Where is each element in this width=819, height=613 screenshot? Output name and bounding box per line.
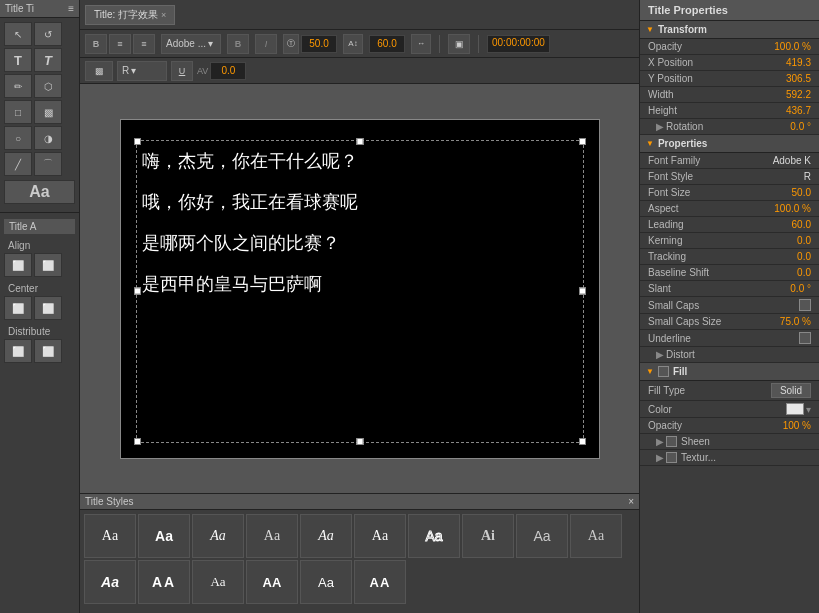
center-v[interactable]: ⬜ [34,296,62,320]
fill-color-label: Color [648,404,786,415]
handle-tl[interactable] [134,138,141,145]
slant-value[interactable]: 0.0 ° [761,283,811,294]
ypos-label: Y Position [648,73,761,84]
fill-color-swatch[interactable] [786,403,804,415]
underline-checkbox[interactable] [799,332,811,344]
title-text-area[interactable]: 嗨，杰克，你在干什么呢？ 哦，你好，我正在看球赛呢 是哪两个队之间的比赛？ 是西… [136,140,584,443]
height-label: Height [648,105,761,116]
style-item-10[interactable]: Aa [84,560,136,604]
style-item-9[interactable]: Aa [570,514,622,558]
align-left-button[interactable]: ≡ [109,34,131,54]
bold-button[interactable]: B [85,34,107,54]
small-caps-checkbox[interactable] [799,299,811,311]
canvas-area[interactable]: 嗨，杰克，你在干什么呢？ 哦，你好，我正在看球赛呢 是哪两个队之间的比赛？ 是西… [80,84,639,493]
align-center-button[interactable]: ≡ [133,34,155,54]
width-value[interactable]: 592.2 [761,89,811,100]
transform-triangle: ▼ [646,25,654,34]
tool-line[interactable]: ╱ [4,152,32,176]
font-size-prop-value[interactable]: 50.0 [761,187,811,198]
align-center[interactable]: ⬜ [34,253,62,277]
texture-checkbox[interactable] [666,452,677,463]
style-item-1[interactable]: Aa [138,514,190,558]
styles-close[interactable]: × [628,496,634,507]
handle-bl[interactable] [134,438,141,445]
leading-row: Leading 60.0 [640,217,819,233]
tool-text[interactable]: T [4,48,32,72]
handle-bm[interactable] [356,438,363,445]
tool-wedge[interactable]: ◑ [34,126,62,150]
fill-color-arrow[interactable]: ▾ [806,404,811,415]
transform-section-header[interactable]: ▼ Transform [640,21,819,39]
font-style-arrow: ▾ [131,65,136,76]
styles-title: Title Styles [85,496,134,507]
ypos-value[interactable]: 306.5 [761,73,811,84]
tool-select[interactable]: ↖ [4,22,32,46]
tool-rotate[interactable]: ↺ [34,22,62,46]
tool-pen[interactable]: ✏ [4,74,32,98]
style-item-12[interactable]: Aa [192,560,244,604]
italic-icon[interactable]: I [255,34,277,54]
tool-circle[interactable]: ○ [4,126,32,150]
tool-rect[interactable]: □ [4,100,32,124]
font-style-dropdown[interactable]: R ▾ [117,61,167,81]
small-caps-size-value[interactable]: 75.0 % [761,316,811,327]
underline-button[interactable]: U [171,61,193,81]
sidebar-collapse-icon[interactable]: ≡ [68,3,74,14]
leading-prop-value[interactable]: 60.0 [761,219,811,230]
xpos-value[interactable]: 419.3 [761,57,811,68]
font-style-prop-value[interactable]: R [761,171,811,182]
tool-fill[interactable]: ▩ [34,100,62,124]
height-value[interactable]: 436.7 [761,105,811,116]
style-item-11[interactable]: AA [138,560,190,604]
style-item-13[interactable]: AA [246,560,298,604]
font-size-input[interactable]: 50.0 [301,35,337,53]
fill-opacity-value[interactable]: 100 % [761,420,811,431]
style-item-5[interactable]: Aa [354,514,406,558]
tracking-value[interactable]: 0.0 [761,251,811,262]
tool-arc[interactable]: ⌒ [34,152,62,176]
properties-section-header[interactable]: ▼ Properties [640,135,819,153]
dist-h[interactable]: ⬜ [4,339,32,363]
style-item-2[interactable]: Aa [192,514,244,558]
height-row: Height 436.7 [640,103,819,119]
style-item-0[interactable]: Aa [84,514,136,558]
text-style-icon[interactable]: ▩ [85,61,113,81]
style-item-15[interactable]: AA [354,560,406,604]
fill-type-value[interactable]: Solid [771,383,811,398]
style-item-14[interactable]: Aa [300,560,352,604]
font-family-dropdown[interactable]: Adobe ... ▾ [161,34,221,54]
kerning-prop-value[interactable]: 0.0 [761,235,811,246]
handle-tr[interactable] [579,138,586,145]
opacity-value[interactable]: 100.0 % [761,41,811,52]
align-left[interactable]: ⬜ [4,253,32,277]
dist-v[interactable]: ⬜ [34,339,62,363]
kerning-input[interactable]: 0.0 [210,62,246,80]
properties-triangle: ▼ [646,139,654,148]
title-tab-close[interactable]: × [161,10,166,20]
style-item-6[interactable]: Aa [408,514,460,558]
handle-br[interactable] [579,438,586,445]
leading-input[interactable]: 60.0 [369,35,405,53]
style-item-7[interactable]: Ai [462,514,514,558]
style-item-3[interactable]: Aa [246,514,298,558]
bold-icon[interactable]: B [227,34,249,54]
handle-tm[interactable] [356,138,363,145]
rotation-value[interactable]: 0.0 ° [761,121,811,132]
fill-checkbox[interactable] [658,366,669,377]
handle-ml[interactable] [134,288,141,295]
title-tab[interactable]: Title: 打字效果 × [85,5,175,25]
tool-pen-alt[interactable]: ⬡ [34,74,62,98]
baseline-value[interactable]: 0.0 [761,267,811,278]
style-item-8[interactable]: Aa [516,514,568,558]
tool-text-large[interactable]: Aa [4,180,75,204]
tool-text-alt[interactable]: T [34,48,62,72]
handle-mr[interactable] [579,288,586,295]
aspect-value[interactable]: 100.0 % [761,203,811,214]
fill-opacity-label: Opacity [648,420,761,431]
font-family-prop-value[interactable]: Adobe K [761,155,811,166]
style-item-4[interactable]: Aa [300,514,352,558]
center-h[interactable]: ⬜ [4,296,32,320]
sheen-checkbox[interactable] [666,436,677,447]
layout-icon[interactable]: ▣ [448,34,470,54]
fill-section-header[interactable]: ▼ Fill [640,363,819,381]
